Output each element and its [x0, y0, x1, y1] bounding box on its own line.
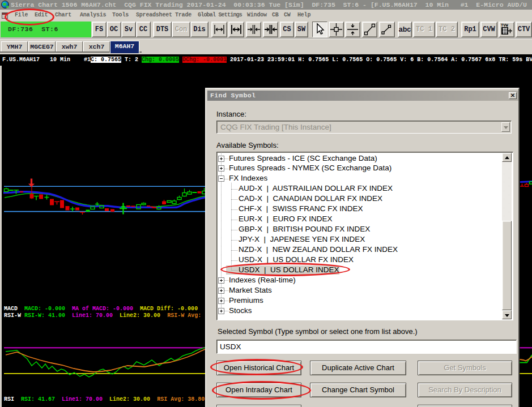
svg-text:TVW: TVW [501, 23, 508, 28]
